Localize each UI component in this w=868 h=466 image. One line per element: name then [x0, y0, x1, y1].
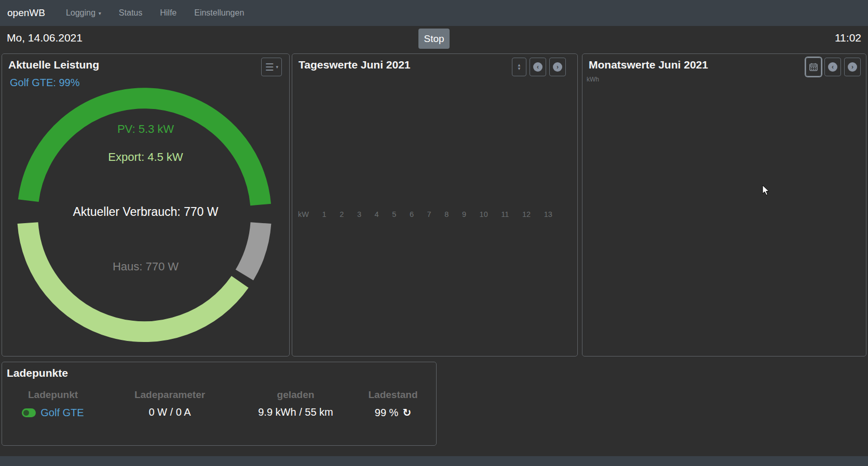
x-tick-label-7: 7: [427, 210, 431, 218]
footer-bar: [0, 456, 868, 466]
brand-logo[interactable]: openWB: [7, 7, 45, 19]
x-tick-label-13: 13: [544, 210, 552, 218]
card-aktuelle-leistung: Aktuelle Leistung ☰ ▾ Golf GTE: 99% PV: …: [2, 53, 290, 357]
nav-item-hilfe[interactable]: Hilfe: [160, 8, 177, 18]
up-down-arrows-icon: ▲▼: [517, 63, 521, 71]
gauge-verbrauch-label: Aktueller Verbrauch: 770 W: [2, 205, 289, 219]
x-tick-label-9: 9: [462, 210, 466, 218]
x-tick-label-12: 12: [522, 210, 531, 218]
ladestand-cell: 99 % ↻: [351, 406, 435, 419]
calendar-button[interactable]: [806, 58, 821, 76]
ladeparameter-cell: 0 W / 0 A: [100, 406, 240, 419]
nav-item-hilfe-label: Hilfe: [160, 8, 177, 18]
x-tick-label-2: 2: [340, 210, 344, 218]
nav-item-status-label: Status: [119, 8, 142, 18]
toggle-knob: [23, 410, 29, 416]
next-month-button[interactable]: ›: [844, 58, 861, 76]
x-tick-label-11: 11: [501, 210, 509, 218]
calendar-icon: [809, 63, 818, 71]
geladen-cell: 9.9 kWh / 55 km: [240, 406, 351, 419]
x-tick-label-10: 10: [480, 210, 488, 218]
chevron-down-icon: ▾: [99, 10, 101, 16]
card-tageswerte: Tageswerte Juni 2021 ▲▼ ‹ › kW 123456789…: [292, 53, 578, 357]
x-tick-label-3: 3: [357, 210, 361, 218]
status-bar: Mo, 14.06.2021 Stop 11:02: [0, 26, 868, 52]
x-tick-label-8: 8: [444, 210, 449, 218]
time-label: 11:02: [835, 32, 861, 44]
x-tick-label-6: 6: [410, 210, 414, 218]
column-header-ladeparameter: Ladeparameter: [100, 389, 240, 401]
x-tick-label-1: 1: [322, 210, 327, 218]
gauge-haus-label: Haus: 770 W: [2, 260, 289, 273]
card-title-ladepunkte: Ladepunkte: [7, 367, 68, 379]
chargepoint-toggle-icon[interactable]: [22, 408, 36, 417]
x-tick-label-5: 5: [392, 210, 396, 218]
axis-unit-label: kW: [298, 210, 309, 218]
tageswerte-x-axis: kW 12345678910111213: [298, 210, 552, 218]
column-header-ladestand: Ladestand: [351, 389, 435, 401]
card-title-monatswerte: Monatswerte Juni 2021: [589, 59, 708, 71]
nav-item-logging[interactable]: Logging ▾: [66, 8, 101, 18]
column-header-ladepunkt: Ladepunkt: [6, 389, 100, 401]
stop-button[interactable]: Stop: [418, 29, 450, 49]
soc-value: 99 %: [375, 407, 399, 419]
chart-sort-button[interactable]: ▲▼: [512, 58, 526, 76]
gauge-pv-label: PV: 5.3 kW: [2, 122, 289, 136]
card-ladepunkte: Ladepunkte Ladepunkt Ladeparameter gelad…: [2, 362, 437, 446]
card-monatswerte: Monatswerte Juni 2021 ‹ › kWh: [582, 53, 866, 357]
nav-item-einstellungen-label: Einstellungen: [194, 8, 244, 18]
date-label: Mo, 14.06.2021: [7, 32, 83, 44]
nav-item-status[interactable]: Status: [119, 8, 142, 18]
chevron-circle-right-icon: ›: [848, 62, 857, 72]
previous-day-button[interactable]: ‹: [530, 58, 546, 76]
top-navbar: openWB Logging ▾ Status Hilfe Einstellun…: [0, 0, 868, 26]
x-tick-label-4: 4: [375, 210, 379, 218]
nav-item-logging-label: Logging: [66, 8, 96, 18]
next-day-button[interactable]: ›: [549, 58, 566, 76]
column-header-geladen: geladen: [240, 389, 351, 401]
gauge-export-label: Export: 4.5 kW: [2, 150, 289, 164]
ladepunkte-table: Ladepunkt Ladeparameter geladen Ladestan…: [6, 389, 435, 419]
axis-unit-label: kWh: [587, 76, 599, 83]
gauge-arc-haus: [28, 223, 240, 332]
chevron-circle-left-icon: ‹: [533, 62, 542, 72]
card-title-tageswerte: Tageswerte Juni 2021: [299, 59, 411, 71]
refresh-soc-icon[interactable]: ↻: [402, 406, 411, 419]
chevron-circle-left-icon: ‹: [828, 62, 837, 72]
chevron-circle-right-icon: ›: [553, 62, 562, 72]
previous-month-button[interactable]: ‹: [824, 58, 841, 76]
chargepoint-name-cell[interactable]: Golf GTE: [6, 406, 100, 419]
nav-item-einstellungen[interactable]: Einstellungen: [194, 8, 244, 18]
chargepoint-name: Golf GTE: [40, 407, 84, 419]
